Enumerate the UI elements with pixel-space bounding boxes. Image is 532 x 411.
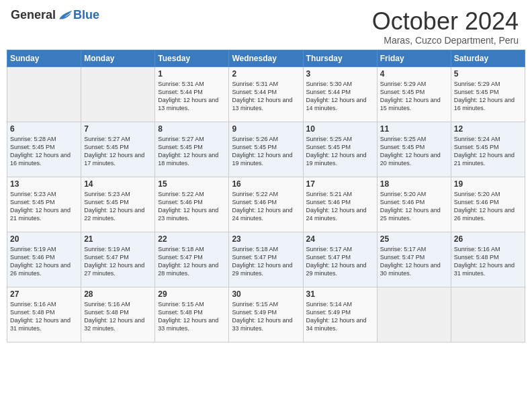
calendar-cell: 2Sunrise: 5:31 AMSunset: 5:44 PMDaylight…: [229, 66, 303, 122]
day-number: 10: [306, 124, 374, 134]
col-header-monday: Monday: [81, 50, 155, 66]
calendar: SundayMondayTuesdayWednesdayThursdayFrid…: [0, 50, 532, 411]
cell-content: Sunrise: 5:25 AMSunset: 5:45 PMDaylight:…: [380, 135, 448, 168]
week-row-3: 13Sunrise: 5:23 AMSunset: 5:45 PMDayligh…: [7, 177, 525, 232]
calendar-cell: 6Sunrise: 5:28 AMSunset: 5:45 PMDaylight…: [7, 122, 81, 177]
calendar-cell: 16Sunrise: 5:22 AMSunset: 5:46 PMDayligh…: [229, 177, 303, 232]
calendar-cell: 18Sunrise: 5:20 AMSunset: 5:46 PMDayligh…: [377, 177, 451, 232]
day-number: 20: [10, 234, 78, 244]
page: General Blue October 2024 Maras, Cuzco D…: [0, 0, 532, 411]
day-number: 14: [84, 179, 152, 189]
calendar-cell: 30Sunrise: 5:15 AMSunset: 5:49 PMDayligh…: [229, 287, 303, 342]
month-title: October 2024: [372, 8, 519, 35]
calendar-cell: 7Sunrise: 5:27 AMSunset: 5:45 PMDaylight…: [81, 122, 155, 177]
day-number: 19: [454, 179, 522, 189]
cell-content: Sunrise: 5:28 AMSunset: 5:45 PMDaylight:…: [10, 135, 78, 168]
col-header-tuesday: Tuesday: [155, 50, 229, 66]
cell-content: Sunrise: 5:25 AMSunset: 5:45 PMDaylight:…: [306, 135, 374, 168]
cell-content: Sunrise: 5:23 AMSunset: 5:45 PMDaylight:…: [10, 190, 78, 223]
logo: General Blue: [11, 8, 99, 22]
calendar-cell: 15Sunrise: 5:22 AMSunset: 5:46 PMDayligh…: [155, 177, 229, 232]
col-header-saturday: Saturday: [451, 50, 525, 66]
col-header-thursday: Thursday: [303, 50, 377, 66]
calendar-cell: 8Sunrise: 5:27 AMSunset: 5:45 PMDaylight…: [155, 122, 229, 177]
day-number: 3: [306, 69, 374, 79]
day-number: 29: [158, 289, 226, 299]
calendar-cell: 27Sunrise: 5:16 AMSunset: 5:48 PMDayligh…: [7, 287, 81, 342]
day-number: 5: [454, 69, 522, 79]
day-number: 30: [232, 289, 300, 299]
col-header-friday: Friday: [377, 50, 451, 66]
day-number: 25: [380, 234, 448, 244]
calendar-cell: 26Sunrise: 5:16 AMSunset: 5:48 PMDayligh…: [451, 232, 525, 287]
cell-content: Sunrise: 5:19 AMSunset: 5:47 PMDaylight:…: [84, 245, 152, 278]
cell-content: Sunrise: 5:14 AMSunset: 5:49 PMDaylight:…: [306, 300, 374, 333]
cell-content: Sunrise: 5:16 AMSunset: 5:48 PMDaylight:…: [10, 300, 78, 333]
cell-content: Sunrise: 5:22 AMSunset: 5:46 PMDaylight:…: [232, 190, 300, 223]
cell-content: Sunrise: 5:27 AMSunset: 5:45 PMDaylight:…: [84, 135, 152, 168]
cell-content: Sunrise: 5:26 AMSunset: 5:45 PMDaylight:…: [232, 135, 300, 168]
cell-content: Sunrise: 5:17 AMSunset: 5:47 PMDaylight:…: [306, 245, 374, 278]
logo-bird-icon: [57, 9, 73, 22]
day-number: 24: [306, 234, 374, 244]
day-number: 17: [306, 179, 374, 189]
week-row-4: 20Sunrise: 5:19 AMSunset: 5:46 PMDayligh…: [7, 232, 525, 287]
day-number: 22: [158, 234, 226, 244]
calendar-cell: 21Sunrise: 5:19 AMSunset: 5:47 PMDayligh…: [81, 232, 155, 287]
cell-content: Sunrise: 5:23 AMSunset: 5:45 PMDaylight:…: [84, 190, 152, 223]
day-number: 26: [454, 234, 522, 244]
calendar-cell: 19Sunrise: 5:20 AMSunset: 5:46 PMDayligh…: [451, 177, 525, 232]
cell-content: Sunrise: 5:18 AMSunset: 5:47 PMDaylight:…: [232, 245, 300, 278]
cell-content: Sunrise: 5:27 AMSunset: 5:45 PMDaylight:…: [158, 135, 226, 168]
day-number: 21: [84, 234, 152, 244]
cell-content: Sunrise: 5:18 AMSunset: 5:47 PMDaylight:…: [158, 245, 226, 278]
header: General Blue October 2024 Maras, Cuzco D…: [0, 0, 532, 50]
cell-content: Sunrise: 5:30 AMSunset: 5:44 PMDaylight:…: [306, 80, 374, 113]
cell-content: Sunrise: 5:16 AMSunset: 5:48 PMDaylight:…: [84, 300, 152, 333]
logo-general-text: General: [11, 8, 56, 22]
calendar-cell: 1Sunrise: 5:31 AMSunset: 5:44 PMDaylight…: [155, 66, 229, 122]
day-number: 23: [232, 234, 300, 244]
calendar-cell: 10Sunrise: 5:25 AMSunset: 5:45 PMDayligh…: [303, 122, 377, 177]
calendar-cell: [81, 66, 155, 122]
calendar-cell: 25Sunrise: 5:17 AMSunset: 5:47 PMDayligh…: [377, 232, 451, 287]
day-number: 11: [380, 124, 448, 134]
day-number: 12: [454, 124, 522, 134]
calendar-cell: 9Sunrise: 5:26 AMSunset: 5:45 PMDaylight…: [229, 122, 303, 177]
cell-content: Sunrise: 5:31 AMSunset: 5:44 PMDaylight:…: [158, 80, 226, 113]
day-number: 2: [232, 69, 300, 79]
calendar-cell: 11Sunrise: 5:25 AMSunset: 5:45 PMDayligh…: [377, 122, 451, 177]
day-number: 6: [10, 124, 78, 134]
calendar-cell: [7, 66, 81, 122]
calendar-cell: [451, 287, 525, 342]
cell-content: Sunrise: 5:21 AMSunset: 5:46 PMDaylight:…: [306, 190, 374, 223]
calendar-cell: 20Sunrise: 5:19 AMSunset: 5:46 PMDayligh…: [7, 232, 81, 287]
calendar-cell: 5Sunrise: 5:29 AMSunset: 5:45 PMDaylight…: [451, 66, 525, 122]
calendar-table: SundayMondayTuesdayWednesdayThursdayFrid…: [7, 50, 525, 342]
week-row-2: 6Sunrise: 5:28 AMSunset: 5:45 PMDaylight…: [7, 122, 525, 177]
calendar-cell: 12Sunrise: 5:24 AMSunset: 5:45 PMDayligh…: [451, 122, 525, 177]
cell-content: Sunrise: 5:15 AMSunset: 5:49 PMDaylight:…: [232, 300, 300, 333]
day-number: 31: [306, 289, 374, 299]
col-header-sunday: Sunday: [7, 50, 81, 66]
day-number: 7: [84, 124, 152, 134]
week-row-1: 1Sunrise: 5:31 AMSunset: 5:44 PMDaylight…: [7, 66, 525, 122]
day-number: 13: [10, 179, 78, 189]
calendar-cell: 14Sunrise: 5:23 AMSunset: 5:45 PMDayligh…: [81, 177, 155, 232]
title-block: October 2024 Maras, Cuzco Department, Pe…: [372, 8, 519, 46]
calendar-cell: 29Sunrise: 5:15 AMSunset: 5:48 PMDayligh…: [155, 287, 229, 342]
cell-content: Sunrise: 5:16 AMSunset: 5:48 PMDaylight:…: [454, 245, 522, 278]
day-number: 1: [158, 69, 226, 79]
calendar-cell: 31Sunrise: 5:14 AMSunset: 5:49 PMDayligh…: [303, 287, 377, 342]
cell-content: Sunrise: 5:31 AMSunset: 5:44 PMDaylight:…: [232, 80, 300, 113]
location-text: Maras, Cuzco Department, Peru: [372, 35, 519, 46]
calendar-cell: 17Sunrise: 5:21 AMSunset: 5:46 PMDayligh…: [303, 177, 377, 232]
cell-content: Sunrise: 5:15 AMSunset: 5:48 PMDaylight:…: [158, 300, 226, 333]
cell-content: Sunrise: 5:29 AMSunset: 5:45 PMDaylight:…: [454, 80, 522, 113]
cell-content: Sunrise: 5:17 AMSunset: 5:47 PMDaylight:…: [380, 245, 448, 278]
calendar-cell: 23Sunrise: 5:18 AMSunset: 5:47 PMDayligh…: [229, 232, 303, 287]
header-row: SundayMondayTuesdayWednesdayThursdayFrid…: [7, 50, 525, 66]
cell-content: Sunrise: 5:24 AMSunset: 5:45 PMDaylight:…: [454, 135, 522, 168]
calendar-cell: [377, 287, 451, 342]
week-row-5: 27Sunrise: 5:16 AMSunset: 5:48 PMDayligh…: [7, 287, 525, 342]
